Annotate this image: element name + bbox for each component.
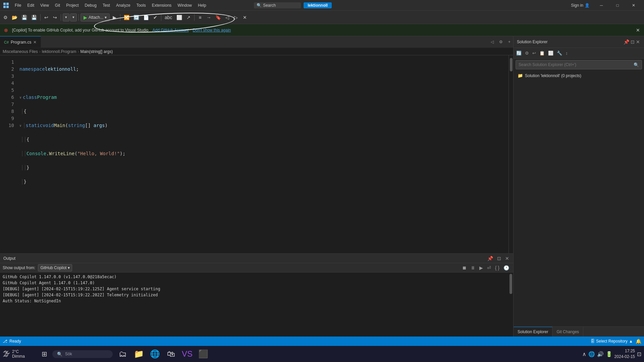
volume-icon[interactable]: 🔊 [597,351,604,357]
start-menu-button[interactable]: ⊞ [36,347,52,361]
taskbar-store-app[interactable]: 🛍 [164,347,178,361]
network-icon[interactable]: 🌐 [588,351,595,357]
notifications-icon[interactable]: 🔔 [636,339,641,344]
extract-btn[interactable]: ↗ [184,13,193,21]
se-undo-btn[interactable]: ↩ [531,50,537,57]
output-clock-btn[interactable]: 🕐 [502,264,511,271]
output-close-btn[interactable]: ✕ [504,255,510,262]
menu-file[interactable]: File [12,2,24,9]
editor-scrollbar[interactable] [508,55,513,253]
clock[interactable]: 17:25 2024-02-15 [614,348,635,360]
dont-show-again-link[interactable]: Don't show this again [193,28,231,33]
tab-scroll-left[interactable]: ◁ [488,36,496,48]
se-preview-btn[interactable]: ↕ [564,50,569,57]
output-hscroll[interactable] [0,322,508,327]
se-float-btn[interactable]: ⊡ [630,39,635,45]
menu-debug[interactable]: Debug [82,2,99,9]
menu-tools[interactable]: Tools [134,2,149,9]
chevron-tray-icon[interactable]: ∧ [582,351,586,357]
git-btn[interactable]: 🔀 [122,13,131,21]
editor-scrollbar-thumb[interactable] [510,58,513,71]
menu-extensions[interactable]: Extensions [149,2,174,9]
save-all-btn[interactable]: 💾 [30,13,39,21]
se-pin-btn[interactable]: 📌 [623,39,630,45]
title-search-box[interactable]: 🔍 Search [254,2,301,8]
breadcrumb-class[interactable]: lektionnoll.Program [42,49,76,54]
menu-view[interactable]: View [38,2,52,9]
se-redo-btn[interactable]: 📋 [538,50,546,57]
se-filter-btn[interactable]: 🔧 [555,50,564,57]
sign-in-button[interactable]: Sign in 👤 [571,3,590,8]
menu-git[interactable]: Git [52,2,63,9]
battery-icon[interactable]: 🔋 [606,351,612,357]
code-editor[interactable]: 1 2 3 4 5 6 7 8 9 10 namespace lektionno… [0,55,513,253]
sync-btn[interactable]: 🔄 [132,13,141,21]
redo-btn[interactable]: ↪ [51,13,59,21]
minimize-button[interactable]: ─ [594,0,609,11]
taskbar-search[interactable]: 🔍 Sök [52,350,113,358]
output-format-btn[interactable]: { } [494,264,501,271]
menu-project[interactable]: Project [63,2,81,9]
start-btn[interactable]: ▶ [110,13,118,21]
se-settings-btn[interactable]: ⚙ [524,50,530,57]
new-file-btn[interactable]: 📄 [142,13,151,21]
tab-settings-btn[interactable]: ⚙ [496,36,505,48]
output-play-btn[interactable]: ▶ [478,264,484,271]
taskbar-edge-app[interactable]: 🌐 [148,347,162,361]
se-close-btn[interactable]: ✕ [635,39,641,45]
build-config-dropdown[interactable]: ⚙ [1,13,9,21]
prev-bookmark-btn[interactable]: ◁ [223,13,231,21]
se-tab-git-changes[interactable]: Git Changes [552,327,583,337]
se-search-input[interactable] [519,62,634,67]
tab-close-button[interactable]: ✕ [33,40,37,45]
output-wrap-btn[interactable]: ⏎ [486,264,492,271]
platform-dropdown[interactable]: ▾ [70,13,77,21]
indent-btn[interactable]: → [205,13,213,21]
output-pin-btn[interactable]: 📌 [487,255,494,262]
menu-test[interactable]: Test [100,2,113,9]
taskbar-vs-app[interactable]: VS [180,347,195,361]
open-file-btn[interactable]: 📂 [10,13,19,21]
se-collapse-btn[interactable]: ⬜ [547,50,555,57]
taskbar-vs2-app[interactable]: ⬛ [196,347,211,361]
refactor-btn[interactable]: abc [163,13,174,21]
output-float-btn[interactable]: ⊡ [496,255,502,262]
banner-close-button[interactable]: ✕ [636,27,640,33]
collapse-3[interactable]: ∨ [19,94,21,101]
config-dropdown[interactable]: ▾ [63,13,69,21]
output-pause-btn[interactable]: ⏸ [469,264,477,271]
output-stop-btn[interactable]: ⏹ [461,264,468,271]
menu-window[interactable]: Window [175,2,195,9]
output-source-dropdown[interactable]: GitHub Copilot ▾ [38,264,72,272]
se-solution-item[interactable]: 📁 Solution 'lektionnoll' (0 projects) [514,72,644,79]
next-bookmark-btn[interactable]: ▷ [232,13,240,21]
taskbar-files-app[interactable]: 🗂 [115,347,130,361]
tab-program-cs[interactable]: C# Program.cs ✕ [0,36,41,48]
output-scrollbar-thumb[interactable] [509,274,512,294]
add-github-account-link[interactable]: Add GitHub Account [152,28,189,33]
tab-add-btn[interactable]: + [505,36,513,48]
breadcrumb-misc-files[interactable]: Miscellaneous Files [3,49,38,54]
show-desktop-icon[interactable]: ⊡ [637,351,641,357]
bookmark-btn[interactable]: 🔖 [214,13,223,21]
code-content[interactable]: namespace lektionnoll; ∨class Program │ … [17,55,508,253]
attach-button[interactable]: ▶ Attach... ▾ [80,13,110,21]
output-scrollbar[interactable] [508,273,513,322]
select-repository-button[interactable]: 🗄 Select Repository ▲ [591,339,633,344]
maximize-button[interactable]: □ [610,0,625,11]
commit-btn[interactable]: ✔ [151,13,159,21]
se-sync-btn[interactable]: 🔄 [515,50,523,57]
undo-btn[interactable]: ↩ [42,13,50,21]
collapse-5[interactable]: ∨ [19,122,21,129]
taskbar-explorer-app[interactable]: 📁 [131,347,146,361]
menu-edit[interactable]: Edit [24,2,37,9]
se-search-box[interactable]: 🔍 [516,60,642,69]
se-tab-solution-explorer[interactable]: Solution Explorer [514,327,552,337]
save-btn[interactable]: 💾 [20,13,29,21]
select-btn[interactable]: ⬜ [175,13,184,21]
menu-analyze[interactable]: Analyze [113,2,133,9]
clear-bookmark-btn[interactable]: ✕ [241,13,249,21]
close-button[interactable]: ✕ [626,0,641,11]
breadcrumb-method[interactable]: Main(string[] args) [80,49,113,54]
format-btn[interactable]: ≡ [196,13,204,21]
